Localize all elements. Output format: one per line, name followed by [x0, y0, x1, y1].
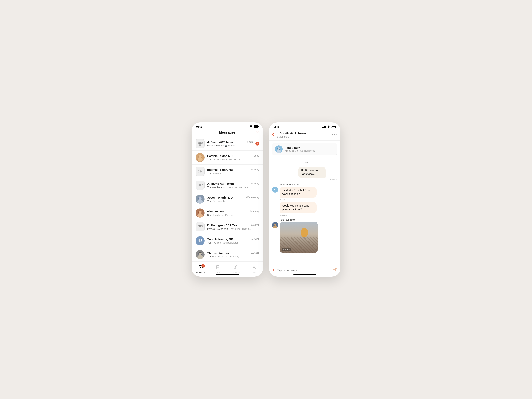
date-divider: Today: [272, 161, 337, 164]
bubble-time-sara-2: 9:34 AM: [280, 214, 332, 216]
tab-network-label: Network: [233, 271, 240, 273]
balloon-decoration: [301, 228, 308, 237]
svg-point-15: [199, 155, 202, 158]
tab-settings[interactable]: Settings: [245, 265, 263, 273]
conversation-preview: Patricia Taylor, MD: That's fine. Thank.…: [207, 228, 259, 230]
conversation-item-aharris[interactable]: A. Harris ACT Team Yesterday Thomas Ande…: [192, 178, 263, 192]
back-button[interactable]: [272, 133, 274, 137]
status-icons-chat: [322, 125, 336, 128]
conversation-preview: You: Thanks!: [207, 172, 259, 175]
conversation-item-internal[interactable]: Internal Team Chat Yesterday You: Thanks…: [192, 165, 263, 178]
status-bar-chat: 9:41: [269, 122, 340, 130]
compose-button[interactable]: [255, 130, 259, 135]
conversation-preview: You: I will send it to you today.: [207, 158, 259, 161]
conversation-content-internal: Internal Team Chat Yesterday You: Thanks…: [207, 168, 259, 175]
svg-point-52: [234, 268, 235, 269]
add-attachment-button[interactable]: +: [272, 267, 275, 273]
home-indicator-chat: [293, 274, 316, 275]
svg-rect-33: [198, 225, 200, 227]
preview-sender: You:: [207, 172, 213, 175]
tab-network[interactable]: Network: [228, 265, 245, 273]
conversation-preview: You: I will call you back later.: [207, 241, 259, 244]
preview-sender: Thomas Anderson:: [207, 186, 229, 189]
message-outgoing-1: Hi! Did you visit John today? 9:20 AM: [272, 167, 337, 181]
tab-messages[interactable]: 3 Messages: [192, 265, 209, 273]
conversation-time: Monday: [250, 210, 259, 213]
tab-messages-badge: 3: [201, 264, 205, 267]
patient-info: John Smith Male / 35 y.o. / Schizophreni…: [285, 146, 331, 152]
conversation-item-drodriguez[interactable]: D. Rodriguez ACT Team 2/26/21 Patricia T…: [192, 220, 263, 234]
photo-timestamp: 9:37 AM: [282, 248, 291, 251]
conversation-item-alexandra[interactable]: Alexandra Adams, MD 2/25/21: [192, 262, 263, 263]
preview-text: I will call you back later.: [213, 241, 239, 244]
message-incoming-sara: SJ Sara Jefferson, MD Hi Martin. Yes, bu…: [272, 183, 337, 216]
preview-icon: 📷: [224, 144, 228, 147]
status-bar-messages: 9:41: [192, 122, 263, 130]
conversation-preview: Thomas Anderson: Yes, we complete...: [207, 186, 259, 189]
conversation-preview: You: See you there.: [207, 200, 259, 203]
preview-sender: Thomas:: [207, 255, 218, 258]
conversation-content-kim: Kim Lee, RN Monday Kim: Thank you Martin…: [207, 210, 259, 216]
svg-point-53: [237, 268, 238, 269]
conversation-preview: Thomas: It's at 3:30pm today.: [207, 255, 259, 258]
chat-header: J. Smith ACT Team 8 Members •••: [269, 130, 340, 141]
svg-rect-5: [201, 142, 201, 143]
conversation-time: 2/26/21: [251, 238, 259, 240]
conversation-content-aharris: A. Harris ACT Team Yesterday Thomas Ande…: [207, 182, 259, 189]
preview-text: It's at 3:30pm today.: [218, 255, 240, 258]
patient-avatar: [275, 145, 283, 153]
home-indicator: [216, 274, 239, 275]
message-input[interactable]: [277, 268, 331, 272]
tab-settings-label: Settings: [251, 271, 257, 273]
status-time-chat: 9:41: [274, 125, 279, 128]
conversation-name: Internal Team Chat: [207, 168, 233, 171]
avatar-patricia: [196, 153, 205, 162]
wifi-icon: [249, 125, 253, 128]
avatar-joseph: [196, 195, 205, 204]
svg-point-63: [274, 223, 276, 226]
preview-text: See you there.: [213, 200, 229, 203]
message-top: J. Smith ACT Team 4 min: [207, 140, 253, 144]
conversation-name: Kim Lee, RN: [207, 210, 224, 213]
messages-screen: 9:41 Messages: [192, 122, 263, 277]
conversation-name: D. Rodriguez ACT Team: [207, 224, 239, 227]
conversation-content-drodriguez: D. Rodriguez ACT Team 2/26/21 Patricia T…: [207, 224, 259, 230]
bubble-time-sara-1: 9:33 AM: [280, 199, 332, 201]
conversation-item-joseph[interactable]: Joseph Martin, MD Wednesday You: See you…: [192, 192, 263, 206]
conversation-preview: Peter Williams: 📷 Photo: [207, 144, 253, 147]
conversation-content-joseph: Joseph Martin, MD Wednesday You: See you…: [207, 196, 259, 203]
svg-rect-46: [217, 266, 218, 267]
avatar-kim: [196, 209, 205, 218]
preview-text: Yes, we complete...: [229, 186, 250, 189]
preview-sender: You:: [207, 158, 213, 161]
svg-line-54: [235, 267, 236, 268]
bubble-incoming-sara-1: Hi Martin. Yes, but John wasn't at home.: [280, 187, 317, 198]
preview-sender: You:: [207, 241, 213, 244]
conversation-item-patricia[interactable]: Patricia Taylor, MD Today You: I will se…: [192, 151, 263, 165]
conversation-name: A. Harris ACT Team: [207, 182, 234, 185]
svg-rect-20: [198, 184, 199, 185]
messages-title: Messages: [219, 131, 235, 134]
preview-text: Thanks!: [213, 172, 222, 175]
conversation-item-sara[interactable]: SJ Sara Jefferson, MD 2/26/21 You: I wil…: [192, 234, 263, 248]
send-button[interactable]: [333, 267, 337, 272]
bubble-text: Hi! Did you visit John today?: [301, 169, 323, 176]
svg-rect-9: [199, 144, 200, 145]
conversation-item-thomas[interactable]: Thomas Anderson 2/25/21 Thomas: It's at …: [192, 248, 263, 262]
conversation-name: Sara Jefferson, MD: [207, 238, 233, 241]
patient-card[interactable]: John Smith Male / 35 y.o. / Schizophreni…: [272, 143, 337, 155]
svg-point-27: [199, 196, 202, 200]
photo-bubble-peter[interactable]: 9:37 AM: [280, 222, 318, 253]
conversation-item-jsmith[interactable]: J. Smith ACT Team 4 min Peter Williams: …: [192, 137, 263, 151]
chevron-right-icon: ›: [333, 147, 334, 151]
battery-icon: [254, 125, 258, 128]
chat-messages: Today Hi! Did you visit John today? 9:20…: [269, 158, 340, 265]
more-options-button[interactable]: •••: [332, 133, 337, 137]
tab-clients[interactable]: Clients: [209, 265, 228, 273]
conversation-item-kim[interactable]: Kim Lee, RN Monday Kim: Thank you Martin…: [192, 206, 263, 220]
preview-sender: Peter Williams:: [207, 144, 224, 147]
conversation-name: J. Smith ACT Team: [207, 140, 233, 144]
clients-tab-icon: [216, 265, 221, 271]
svg-rect-34: [200, 225, 202, 227]
chat-name: J. Smith ACT Team: [277, 132, 330, 135]
